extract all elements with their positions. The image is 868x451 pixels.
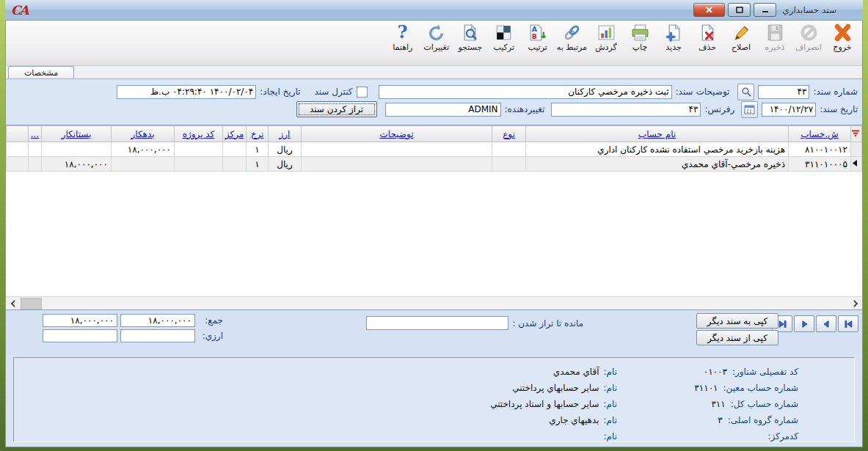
delete-button[interactable]: حذف: [690, 23, 724, 53]
scroll-left-button[interactable]: [6, 298, 20, 309]
doc-number-input[interactable]: [758, 85, 809, 99]
cell-credit[interactable]: ۱۸,۰۰۰,۰۰۰: [42, 157, 112, 172]
cell-filler: [7, 157, 29, 172]
link-icon: [562, 23, 582, 42]
cell-type[interactable]: [492, 157, 526, 172]
svg-text:?: ?: [398, 23, 408, 42]
compose-squares-icon: [494, 23, 514, 42]
totals-block: جمع: ۱۸,۰۰۰,۰۰۰ ۱۸,۰۰۰,۰۰۰ ارزي:: [43, 314, 223, 342]
cell-type[interactable]: [492, 142, 526, 157]
related-to-button[interactable]: مرتبط به: [555, 23, 589, 53]
balance-remaining-input[interactable]: [366, 316, 508, 330]
nav-previous-icon: [821, 320, 832, 329]
doc-number-label: شماره سند:: [813, 87, 858, 97]
edit-pencil-icon: [732, 23, 751, 42]
cell-account-no[interactable]: ۸۱۰۰۱۰۰۱۲: [789, 142, 851, 157]
exit-button[interactable]: خروج: [825, 23, 859, 53]
cell-rate[interactable]: ۱: [247, 142, 269, 157]
close-icon: [705, 7, 713, 13]
minimize-button[interactable]: [754, 3, 776, 17]
search-button[interactable]: جستجو: [453, 23, 487, 53]
filter-header-cell[interactable]: [851, 126, 862, 142]
nav-first-icon: [843, 320, 854, 329]
doc-lookup-button[interactable]: [737, 84, 754, 100]
cell-rate[interactable]: ۱: [247, 157, 269, 172]
col-header-account-no: ش.حساب: [789, 126, 851, 142]
order-button[interactable]: AB ترتيب: [521, 23, 555, 53]
app-frame: خروج انصراف ذخيره اصلاح حذف جديد: [5, 20, 863, 447]
nav-previous-button[interactable]: [816, 315, 836, 332]
delete-icon: [698, 23, 718, 42]
chevron-right-icon: [853, 300, 858, 307]
col-header-description: توضيحات: [302, 126, 492, 142]
cell-center[interactable]: [223, 142, 247, 157]
info-row-main-group: شماره گروه اصلی:۳ نام:بدهيهاي جاري: [14, 412, 854, 428]
nav-next-button[interactable]: [794, 315, 814, 332]
magnifier-icon: [741, 87, 751, 97]
print-icon: [630, 23, 650, 42]
cell-account-no[interactable]: ۳۱۱۰۱۰۰۰۵: [789, 157, 851, 172]
maximize-button[interactable]: [728, 3, 751, 17]
calendar-icon: [744, 104, 755, 114]
col-header-currency: ارز: [269, 126, 302, 142]
cell-currency[interactable]: ريال: [269, 157, 302, 172]
currency-credit-value: [43, 329, 117, 342]
save-icon: [765, 23, 785, 42]
cell-credit[interactable]: [42, 142, 112, 157]
calendar-button[interactable]: [741, 101, 758, 118]
cell-project-code[interactable]: [175, 157, 223, 172]
cell-debit[interactable]: ۱۸,۰۰۰,۰۰۰: [112, 142, 175, 157]
close-button[interactable]: [693, 3, 725, 17]
grid-row-2[interactable]: ۳۱۱۰۱۰۰۰۵ ذخيره مرخصي-آقاي محمدي ريال ۱ …: [7, 157, 862, 172]
help-icon: ?: [393, 23, 412, 42]
print-button[interactable]: چاپ: [623, 23, 657, 53]
grid-row-1[interactable]: ۸۱۰۰۱۰۰۱۲ هزينه بازخريد مرخصي استفاده نش…: [7, 142, 862, 157]
tab-strip: مشخصات: [6, 66, 862, 79]
cell-project-code[interactable]: [175, 142, 223, 157]
reference-input[interactable]: [551, 103, 701, 117]
doc-desc-input[interactable]: [379, 85, 672, 99]
copy-from-document-button[interactable]: کپی از سند دیگر: [696, 330, 778, 345]
col-header-debit: بدهکار: [112, 126, 175, 142]
modifier-label: تغييردهنده:: [505, 104, 545, 114]
row-selector[interactable]: [851, 142, 862, 157]
modifier-input[interactable]: [385, 103, 501, 117]
copy-to-document-button[interactable]: کپی به سند دیگر: [696, 313, 778, 329]
scroll-right-button[interactable]: [848, 298, 862, 309]
cell-more[interactable]: [29, 157, 42, 172]
turnover-button[interactable]: گردش: [589, 23, 623, 53]
cell-more[interactable]: [29, 142, 42, 157]
cell-account-name[interactable]: هزينه بازخريد مرخصي استفاده نشده کارکنان…: [526, 142, 789, 157]
tab-specifications[interactable]: مشخصات: [8, 66, 74, 78]
bar-chart-icon: [597, 23, 616, 42]
cell-debit[interactable]: [112, 157, 175, 172]
cell-account-name[interactable]: ذخيره مرخصي-آقاي محمدي: [526, 157, 789, 172]
balance-remaining-label: مانده تا تراز شدن :: [512, 318, 583, 329]
current-record-marker-icon: [851, 159, 858, 167]
doc-date-input[interactable]: [762, 103, 816, 117]
toolbar: خروج انصراف ذخيره اصلاح حذف جديد: [6, 21, 862, 66]
edit-button[interactable]: اصلاح: [724, 23, 758, 53]
help-button[interactable]: ? راهنما: [386, 23, 420, 53]
balance-document-button[interactable]: تراز کردن سند: [296, 101, 377, 117]
row-selector-current[interactable]: [851, 157, 862, 172]
currency-debit-value: [120, 329, 195, 342]
cell-description[interactable]: [302, 157, 492, 172]
titlebar: CA سند حسابداري: [5, 0, 863, 21]
filter-icon: [851, 129, 860, 137]
col-header-credit: بستانکار: [42, 126, 112, 142]
compose-button[interactable]: ترکيب: [487, 23, 521, 53]
cancel-icon: [799, 23, 819, 42]
footer-bar: کپی به سند دیگر کپی از سند دیگر مانده تا…: [6, 310, 862, 355]
new-button[interactable]: جديد: [657, 23, 690, 53]
cell-center[interactable]: [223, 157, 247, 172]
cell-currency[interactable]: ريال: [269, 142, 302, 157]
grid-horizontal-scrollbar[interactable]: [6, 296, 862, 309]
control-doc-checkbox[interactable]: [357, 87, 368, 98]
scrollbar-thumb[interactable]: [21, 298, 42, 309]
doc-date-label: تاريخ سند:: [820, 104, 858, 114]
changes-button[interactable]: تغييرات: [420, 23, 453, 53]
cell-description[interactable]: [302, 142, 492, 157]
col-header-account-name: نام حساب: [526, 126, 789, 142]
nav-first-button[interactable]: [838, 315, 858, 332]
